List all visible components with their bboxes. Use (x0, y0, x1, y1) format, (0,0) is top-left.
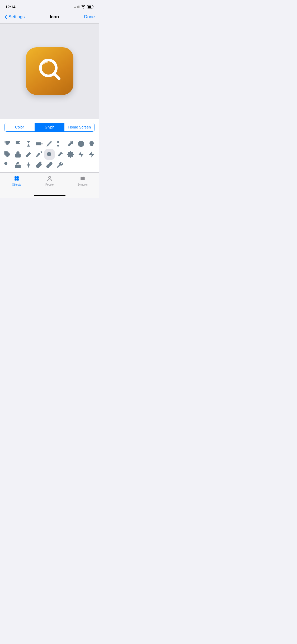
grid-icon-key[interactable] (2, 160, 13, 170)
segmented-control: Color Glyph Home Screen (4, 123, 95, 132)
grid-icon-magic-wand[interactable] (23, 149, 34, 160)
grid-icon-lock[interactable] (13, 149, 23, 160)
svg-rect-1 (93, 6, 94, 7)
svg-rect-17 (15, 178, 17, 181)
grid-icon-hourglass[interactable] (23, 139, 34, 149)
home-indicator (0, 194, 99, 198)
done-button[interactable]: Done (84, 14, 95, 20)
grid-icon-trophy[interactable] (2, 139, 13, 149)
magnifying-glass-icon (34, 55, 65, 87)
svg-rect-14 (15, 165, 21, 168)
grid-icon-search-selected[interactable] (44, 149, 55, 160)
svg-rect-2 (88, 6, 91, 8)
grid-icon-lightbulb[interactable] (86, 139, 97, 149)
svg-point-7 (57, 141, 59, 143)
nav-bar: Settings Icon Done (0, 12, 99, 23)
svg-point-19 (49, 176, 51, 178)
svg-line-4 (54, 73, 59, 79)
segment-color[interactable]: Color (4, 123, 35, 131)
grid-icon-open-lock[interactable] (13, 160, 23, 170)
tab-people-label: People (45, 183, 54, 186)
svg-rect-18 (17, 178, 19, 181)
icon-grid-container (0, 135, 99, 171)
preview-area (0, 24, 99, 119)
svg-rect-5 (36, 142, 41, 145)
grid-icon-pencil[interactable] (34, 149, 44, 160)
grid-icon-bolt-partial[interactable] (76, 149, 86, 160)
grid-icon-link[interactable] (44, 160, 55, 170)
grid-icon-tag[interactable] (2, 149, 13, 160)
app-icon-preview (26, 47, 73, 95)
grid-icon-scissors[interactable] (55, 139, 65, 149)
tab-objects-label: Objects (12, 183, 21, 186)
grid-icon-paperclip[interactable] (34, 160, 44, 170)
status-icons (74, 5, 94, 8)
tab-symbols-label: Symbols (77, 183, 87, 186)
page-title: Icon (50, 14, 59, 20)
grid-icon-eyedropper[interactable] (65, 139, 76, 149)
grid-icon-hammer[interactable] (55, 149, 65, 160)
svg-point-8 (57, 145, 59, 146)
bottom-panel: Color Glyph Home Screen (0, 119, 99, 198)
status-bar: 12:14 (0, 0, 99, 12)
svg-rect-16 (17, 176, 19, 178)
grid-icon-battery[interactable] (34, 139, 44, 149)
svg-point-9 (5, 152, 6, 153)
svg-rect-6 (41, 143, 43, 145)
svg-rect-15 (15, 176, 17, 178)
battery-icon (87, 5, 94, 8)
grid-icon-star-pointer[interactable] (23, 160, 34, 170)
tab-bar: Objects People Symbols (0, 172, 99, 194)
grid-icon-wrench[interactable] (55, 160, 65, 170)
svg-point-13 (4, 162, 7, 165)
tab-objects[interactable]: Objects (9, 175, 25, 186)
home-bar (34, 195, 65, 196)
segment-homescreen[interactable]: Home Screen (64, 123, 95, 131)
back-label: Settings (8, 14, 25, 20)
segment-glyph[interactable]: Glyph (35, 123, 65, 131)
grid-icon-partial-left[interactable] (76, 139, 86, 149)
grid-icon-lightning[interactable] (86, 149, 97, 160)
signal-icon (74, 6, 79, 8)
grid-icon-gear[interactable] (65, 149, 76, 160)
svg-point-11 (47, 152, 51, 156)
wifi-icon (81, 5, 86, 8)
svg-rect-10 (15, 154, 21, 158)
tab-people[interactable]: People (42, 175, 58, 186)
icon-grid (0, 137, 99, 171)
tab-symbols[interactable]: Symbols (75, 175, 91, 186)
grid-icon-pen[interactable] (44, 139, 55, 149)
grid-icon-flag[interactable] (13, 139, 23, 149)
status-time: 12:14 (5, 4, 15, 9)
back-button[interactable]: Settings (4, 14, 25, 20)
